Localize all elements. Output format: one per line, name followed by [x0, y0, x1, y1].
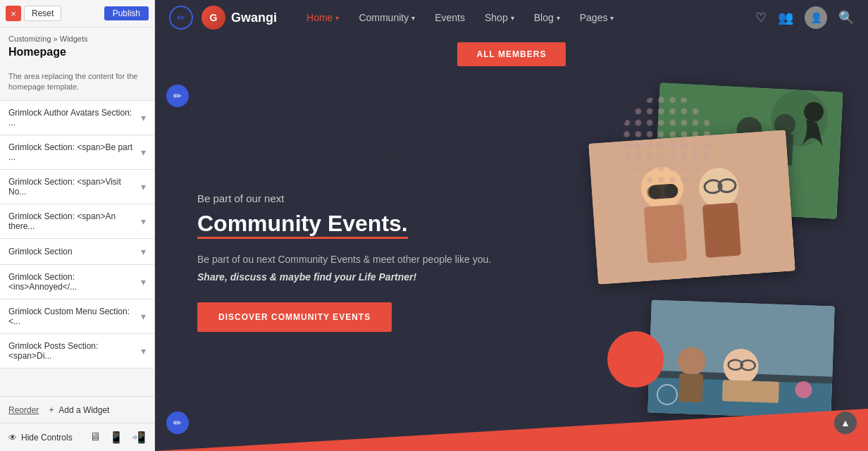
- dot-pattern-decoration: [621, 94, 713, 186]
- red-circle-decoration: [607, 331, 664, 388]
- sidebar-items-list: Grimlock Author Avatars Section: ... ▾ G…: [0, 101, 154, 396]
- scroll-to-top-button[interactable]: ▲: [834, 412, 857, 434]
- cursor-pointer: ↖: [395, 149, 405, 165]
- blog-chevron-icon: ▾: [557, 14, 560, 22]
- chevron-icon-5: ▾: [141, 276, 146, 288]
- nav-events-label: Events: [435, 12, 465, 23]
- hero-edit-button[interactable]: ✏: [166, 85, 189, 107]
- sidebar-item-label-4: Grimlock Section: [8, 247, 73, 257]
- publish-button[interactable]: Publish: [104, 6, 149, 20]
- desktop-icon[interactable]: 🖥: [89, 431, 101, 444]
- sidebar-item-1[interactable]: Grimlock Section: <span>Be part ... ▾: [0, 135, 154, 170]
- sidebar-actions: Reorder ＋ Add a Widget: [0, 396, 154, 423]
- nav-pages-label: Pages: [580, 12, 608, 23]
- breadcrumb-widgets[interactable]: Widgets: [60, 35, 88, 43]
- hero-title-text: Community Events.: [197, 210, 408, 237]
- nav-pages[interactable]: Pages ▾: [571, 6, 623, 29]
- sidebar-item-label-0: Grimlock Author Avatars Section: ...: [8, 108, 141, 128]
- sidebar-item-4[interactable]: Grimlock Section ▾: [0, 239, 154, 265]
- sidebar-item-0[interactable]: Grimlock Author Avatars Section: ... ▾: [0, 101, 154, 135]
- sidebar-item-7[interactable]: Grimlock Posts Section: <span>Di... ▾: [0, 334, 154, 369]
- svg-rect-24: [722, 380, 779, 403]
- nav-blog-label: Blog: [534, 12, 554, 23]
- top-navigation: ✏ G Gwangi Home ▾ Community ▾ Events Sho…: [155, 0, 868, 35]
- nav-blog[interactable]: Blog ▾: [526, 6, 569, 29]
- nav-community-label: Community: [359, 12, 409, 23]
- all-members-button[interactable]: ALL MEMBERS: [457, 42, 566, 66]
- hero-subtitle: Be part of our next: [197, 192, 491, 204]
- sidebar-info: The area replacing the content for the h…: [0, 66, 154, 101]
- reset-button[interactable]: Reset: [24, 6, 61, 21]
- add-widget-label: Add a Widget: [58, 405, 109, 415]
- nav-edit-icon[interactable]: ✏: [169, 6, 193, 30]
- all-members-area: ALL MEMBERS: [155, 35, 868, 73]
- reorder-button[interactable]: Reorder: [8, 405, 39, 415]
- arrow-up-icon: ▲: [841, 417, 850, 428]
- shop-chevron-icon: ▾: [511, 14, 514, 22]
- white-circle-outline-decoration: [657, 384, 678, 405]
- chevron-icon-2: ▾: [141, 181, 146, 192]
- svg-rect-11: [644, 204, 687, 264]
- sidebar-item-label-7: Grimlock Posts Section: <span>Di...: [8, 341, 141, 361]
- close-icon: ×: [11, 8, 16, 19]
- breadcrumb-customizing[interactable]: Customizing: [8, 35, 51, 43]
- page-title: Homepage: [0, 44, 154, 66]
- pencil-icon: ✏: [173, 90, 182, 101]
- sidebar-item-label-3: Grimlock Section: <span>An there...: [8, 211, 141, 231]
- community-chevron-icon: ▾: [411, 14, 415, 22]
- avatar-img: 👤: [810, 12, 822, 23]
- breadcrumb-separator: »: [54, 35, 58, 43]
- svg-rect-29: [678, 373, 703, 402]
- users-icon[interactable]: 👥: [778, 10, 793, 25]
- chevron-icon-0: ▾: [141, 112, 146, 123]
- chevron-icon-6: ▾: [141, 311, 146, 322]
- hero-title: Community Events.: [197, 210, 491, 237]
- sidebar-item-5[interactable]: Grimlock Section: <ins>Annoyed</... ▾: [0, 265, 154, 299]
- hero-bottom-edit-button[interactable]: ✏: [166, 412, 189, 434]
- nav-shop-label: Shop: [485, 12, 508, 23]
- sidebar-item-3[interactable]: Grimlock Section: <span>An there... ▾: [0, 204, 154, 239]
- discover-events-button[interactable]: DISCOVER COMMUNITY EVENTS: [197, 302, 392, 332]
- hero-images-collage: [544, 80, 854, 444]
- nav-icons: ♡ 👥 👤 🔍: [755, 6, 854, 29]
- nav-shop[interactable]: Shop ▾: [476, 6, 523, 29]
- hide-controls-button[interactable]: 👁 Hide Controls: [8, 433, 73, 443]
- tablet-icon[interactable]: 📱: [109, 431, 123, 444]
- sidebar-top-bar: × Reset Publish: [0, 0, 154, 27]
- svg-rect-1: [621, 94, 713, 186]
- nav-community[interactable]: Community ▾: [350, 6, 423, 29]
- mobile-icon[interactable]: 📲: [132, 431, 146, 444]
- svg-rect-16: [702, 202, 741, 257]
- sidebar-bottom-bar: 👁 Hide Controls 🖥 📱 📲: [0, 423, 154, 451]
- sidebar-item-label-5: Grimlock Section: <ins>Annoyed</...: [8, 272, 141, 292]
- pages-chevron-icon: ▾: [610, 14, 614, 22]
- main-content: ✏ G Gwangi Home ▾ Community ▾ Events Sho…: [155, 0, 868, 451]
- sidebar-item-6[interactable]: Grimlock Custom Menu Section: <... ▾: [0, 299, 154, 334]
- nav-brand: Gwangi: [231, 11, 277, 25]
- hero-section: ✏ ↖ Be part of our next Community Events…: [155, 73, 868, 451]
- close-button[interactable]: ×: [6, 6, 21, 21]
- bottom-icons-group: 🖥 📱 📲: [89, 431, 146, 444]
- collage-image-3: [647, 300, 834, 419]
- pencil-bottom-icon: ✏: [173, 417, 182, 428]
- hero-tagline: Share, discuss & maybe find your Life Pa…: [197, 271, 491, 283]
- chevron-icon-4: ▾: [141, 246, 146, 257]
- nav-events[interactable]: Events: [426, 6, 473, 29]
- add-widget-button[interactable]: ＋ Add a Widget: [47, 404, 109, 416]
- plus-icon: ＋: [47, 404, 56, 416]
- breadcrumb: Customizing » Widgets: [0, 27, 154, 44]
- nav-logo: G: [202, 6, 225, 30]
- chevron-icon-7: ▾: [141, 345, 146, 357]
- heart-icon[interactable]: ♡: [755, 10, 767, 25]
- hide-controls-label: Hide Controls: [21, 433, 73, 443]
- sidebar-item-label-2: Grimlock Section: <span>Visit No...: [8, 177, 141, 197]
- user-avatar[interactable]: 👤: [805, 6, 827, 29]
- search-icon[interactable]: 🔍: [838, 10, 854, 25]
- sidebar-item-2[interactable]: Grimlock Section: <span>Visit No... ▾: [0, 170, 154, 204]
- nav-links: Home ▾ Community ▾ Events Shop ▾ Blog ▾ …: [298, 6, 755, 29]
- nav-home[interactable]: Home ▾: [298, 6, 347, 29]
- home-chevron-icon: ▾: [335, 14, 339, 22]
- chevron-icon-1: ▾: [141, 147, 146, 158]
- nav-home-label: Home: [306, 12, 333, 23]
- nav-logo-area: ✏ G Gwangi: [169, 6, 277, 30]
